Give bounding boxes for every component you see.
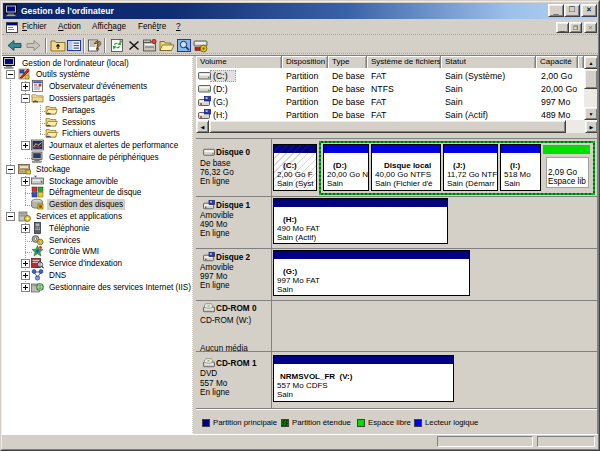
svg-text:?: ? [94, 39, 101, 53]
